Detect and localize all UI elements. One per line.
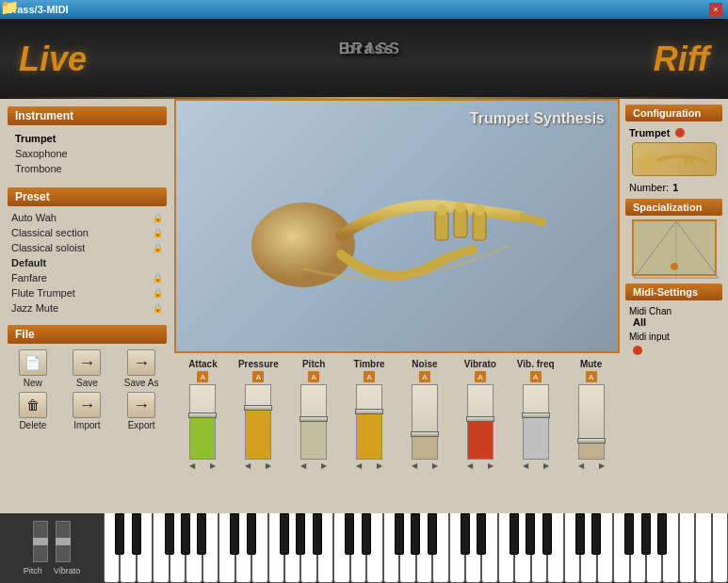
svg-point-7: [537, 218, 546, 227]
black-key[interactable]: [657, 513, 667, 555]
black-key[interactable]: [461, 513, 470, 555]
title-bar: Brass/3-MIDI ×: [0, 0, 728, 19]
pv-labels: Pitch Vibrato: [24, 566, 80, 575]
preset-fanfare[interactable]: Fanfare🔒: [8, 270, 167, 285]
spatial-box[interactable]: [632, 219, 717, 276]
pitch-slider[interactable]: [33, 521, 48, 562]
config-instrument-row: Trumpet: [625, 127, 722, 138]
save-as-icon: →: [127, 349, 155, 376]
vibrato-label: Vibrato: [54, 566, 80, 575]
svg-rect-3: [473, 212, 486, 240]
config-title: Configuration: [625, 105, 722, 121]
preset-jazz-mute[interactable]: Jazz Mute🔒: [8, 300, 167, 316]
export-button[interactable]: → Export: [116, 392, 167, 430]
fader-vib-freq: Vib. freq A ◀ ▶: [510, 359, 560, 470]
black-key[interactable]: [526, 513, 535, 555]
black-key[interactable]: [510, 513, 519, 555]
black-key[interactable]: [624, 513, 634, 555]
delete-button[interactable]: 🗑 Delete: [8, 392, 58, 430]
black-key[interactable]: [345, 513, 354, 555]
import-icon: →: [73, 392, 101, 418]
black-key[interactable]: [247, 513, 256, 555]
black-key[interactable]: [428, 513, 437, 555]
pitch-slider-handle[interactable]: [33, 538, 48, 545]
black-key[interactable]: [197, 513, 206, 555]
svg-rect-2: [454, 209, 467, 237]
preset-flute-trumpet[interactable]: Flute Trumpet🔒: [8, 285, 167, 300]
taskbar-icon: 📁: [0, 0, 19, 16]
keyboard-area: [104, 513, 728, 583]
black-key[interactable]: [230, 513, 239, 555]
svg-line-12: [676, 221, 719, 278]
svg-point-6: [474, 204, 485, 216]
new-button[interactable]: 📄 New: [8, 349, 58, 388]
trumpet-illustration: [247, 122, 548, 330]
preset-classical-soloist[interactable]: Classical soloist🔒: [8, 240, 167, 255]
svg-line-11: [634, 221, 676, 278]
svg-rect-9: [684, 156, 688, 165]
config-instrument-name: Trumpet: [629, 127, 670, 138]
save-button[interactable]: → Save: [62, 349, 113, 388]
svg-point-5: [455, 202, 466, 213]
black-key[interactable]: [280, 513, 289, 555]
close-button[interactable]: ×: [709, 3, 722, 16]
spatial-title: Spacialization: [625, 199, 722, 216]
instrument-saxophone[interactable]: Saxophone: [11, 146, 163, 161]
black-key[interactable]: [641, 513, 651, 555]
pitch-vibrato-panel: Pitch Vibrato: [0, 513, 104, 583]
number-label: Number:: [629, 182, 669, 193]
file-buttons: 📄 New → Save → Save As 🗑 Delete: [8, 349, 167, 430]
key-c6[interactable]: [679, 513, 695, 583]
preset-auto-wah[interactable]: Auto Wah🔒: [8, 210, 167, 225]
content-area: Instrument Trumpet Saxophone Trombone Pr…: [0, 99, 728, 513]
black-key[interactable]: [181, 513, 190, 555]
center-panel: Trumpet Synthesis: [174, 99, 620, 513]
live-label: Live: [19, 40, 87, 79]
preset-classical-section[interactable]: Classical section🔒: [8, 225, 167, 240]
trumpet-thumbnail: [632, 142, 717, 176]
instrument-title: Trumpet Synthesis: [470, 110, 605, 127]
black-key[interactable]: [591, 513, 601, 555]
black-key[interactable]: [132, 513, 141, 555]
black-key[interactable]: [575, 513, 585, 555]
svg-rect-10: [689, 155, 693, 164]
key-e6[interactable]: [712, 513, 728, 583]
spatial-position-dot[interactable]: [671, 263, 678, 270]
save-as-button[interactable]: → Save As: [116, 349, 167, 388]
number-value: 1: [672, 182, 678, 193]
import-button[interactable]: → Import: [62, 392, 113, 430]
fader-pressure: Pressure A ◀ ▶: [234, 359, 283, 470]
fader-attack: Attack A ◀ ▶: [178, 359, 228, 470]
instrument-trumpet[interactable]: Trumpet: [11, 131, 163, 146]
black-key[interactable]: [542, 513, 552, 555]
riff-label: Riff: [654, 40, 709, 79]
black-key[interactable]: [115, 513, 124, 555]
svg-point-8: [638, 153, 658, 171]
pv-sliders: [33, 521, 71, 562]
right-panel: Configuration Trumpet Number:: [620, 99, 728, 513]
black-key[interactable]: [477, 513, 486, 555]
instrument-section-title: Instrument: [8, 106, 167, 125]
instrument-trombone[interactable]: Trombone: [11, 161, 163, 176]
black-key[interactable]: [313, 513, 322, 555]
black-key[interactable]: [411, 513, 420, 555]
vibrato-slider[interactable]: [56, 521, 71, 562]
instrument-list: Trumpet Saxophone Trombone: [8, 129, 167, 178]
fader-pitch: Pitch A ◀ ▶: [289, 359, 339, 470]
file-section-title: File: [8, 325, 167, 344]
new-icon: 📄: [19, 349, 47, 376]
fader-vibrato: Vibrato A ◀ ▶: [455, 359, 505, 470]
svg-rect-1: [435, 212, 448, 240]
black-key[interactable]: [296, 513, 305, 555]
key-d6[interactable]: [695, 513, 711, 583]
black-key[interactable]: [395, 513, 404, 555]
preset-section-title: Preset: [8, 187, 167, 206]
app-header: Live BRASS brass Riff: [0, 19, 728, 99]
instrument-display: Trumpet Synthesis: [174, 99, 620, 353]
preset-default[interactable]: Default: [8, 255, 167, 270]
fader-mute: Mute A ◀ ▶: [566, 359, 616, 470]
vibrato-slider-handle[interactable]: [56, 538, 71, 545]
delete-icon: 🗑: [19, 392, 47, 418]
black-key[interactable]: [362, 513, 371, 555]
black-key[interactable]: [165, 513, 174, 555]
